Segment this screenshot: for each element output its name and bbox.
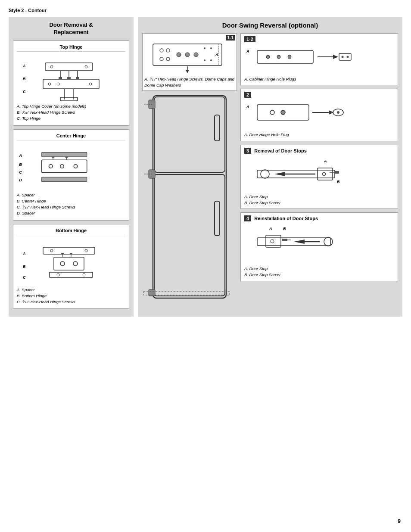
svg-point-57 bbox=[204, 47, 206, 49]
svg-rect-97 bbox=[318, 168, 333, 180]
svg-point-93 bbox=[337, 111, 339, 114]
svg-point-80 bbox=[288, 55, 291, 59]
svg-marker-112 bbox=[294, 240, 305, 244]
fridge-illustration-col: 1-1 bbox=[142, 33, 237, 301]
svg-point-85 bbox=[347, 56, 349, 58]
svg-marker-82 bbox=[333, 55, 338, 59]
top-hinge-caption: A. Top Hinge Cover (on some models) B. ⁵… bbox=[17, 103, 125, 122]
svg-point-84 bbox=[342, 56, 344, 58]
svg-point-15 bbox=[89, 83, 92, 85]
svg-rect-110 bbox=[282, 239, 287, 241]
center-hinge-title: Center Hinge bbox=[17, 133, 125, 140]
svg-text:B: B bbox=[283, 227, 286, 231]
svg-text:A: A bbox=[324, 159, 327, 163]
svg-point-79 bbox=[277, 55, 280, 59]
step-3-diagram: A B bbox=[244, 157, 394, 193]
top-hinge-box: Top Hinge A B C bbox=[13, 40, 129, 126]
svg-rect-30 bbox=[52, 156, 54, 157]
svg-text:C: C bbox=[23, 275, 26, 280]
bottom-hinge-title: Bottom Hinge bbox=[17, 228, 125, 235]
svg-text:A: A bbox=[22, 64, 26, 68]
svg-point-27 bbox=[74, 164, 77, 168]
step-3-caption: A. Door Stop B. Door Stop Screw bbox=[244, 194, 394, 206]
svg-rect-31 bbox=[65, 156, 68, 157]
svg-point-88 bbox=[270, 110, 274, 115]
svg-rect-100 bbox=[335, 171, 339, 174]
svg-text:A: A bbox=[22, 252, 26, 256]
svg-point-43 bbox=[57, 274, 59, 276]
top-hinge-title: Top Hinge bbox=[17, 44, 125, 52]
badge-4: 4 bbox=[244, 215, 251, 221]
svg-point-78 bbox=[266, 55, 270, 59]
svg-text:A: A bbox=[19, 152, 22, 157]
svg-rect-10 bbox=[67, 77, 71, 79]
right-panel-title: Door Swing Reversal (optional) bbox=[142, 22, 398, 29]
svg-text:A: A bbox=[246, 49, 249, 53]
step-1-1-hinge-svg: A bbox=[144, 35, 230, 74]
svg-point-13 bbox=[48, 83, 51, 85]
svg-text:C: C bbox=[19, 169, 22, 174]
right-panel: Door Swing Reversal (optional) 1-1 bbox=[138, 17, 402, 317]
svg-point-26 bbox=[60, 164, 64, 168]
svg-point-5 bbox=[85, 65, 87, 68]
svg-text:B: B bbox=[19, 162, 22, 166]
step-4-caption: A. Door Stop B. Door Stop Screw bbox=[244, 266, 394, 278]
svg-rect-3 bbox=[45, 63, 93, 71]
svg-point-54 bbox=[177, 53, 181, 57]
svg-point-50 bbox=[160, 49, 163, 52]
step-1-2-diagram: A bbox=[244, 44, 394, 75]
step-4-diagram: A B bbox=[244, 225, 394, 264]
step-2-box: 2 A bbox=[240, 89, 398, 141]
main-content: Door Removal &Replacement Top Hinge A B … bbox=[9, 17, 402, 317]
svg-rect-75 bbox=[143, 292, 230, 295]
center-hinge-caption: A. Spacer B. Center Hinge C. ⁵⁄₁₆" Hex-H… bbox=[17, 192, 125, 217]
badge-1-2: 1-2 bbox=[244, 36, 255, 42]
bottom-hinge-box: Bottom Hinge A B C bbox=[13, 224, 129, 309]
svg-text:C: C bbox=[23, 90, 26, 94]
svg-point-51 bbox=[166, 49, 170, 52]
right-content: 1-1 bbox=[142, 33, 398, 301]
svg-rect-36 bbox=[43, 247, 95, 254]
step-4-box: 4 Reinstallation of Door Stops A B bbox=[240, 212, 398, 281]
step-2-diagram: A bbox=[244, 100, 394, 131]
svg-point-4 bbox=[50, 65, 53, 68]
svg-rect-83 bbox=[339, 53, 351, 60]
svg-rect-42 bbox=[50, 272, 93, 277]
top-hinge-diagram: A B C bbox=[17, 54, 125, 102]
svg-point-98 bbox=[322, 172, 326, 176]
svg-rect-68 bbox=[154, 174, 225, 296]
style-label: Style 2 - Contour bbox=[9, 8, 402, 13]
svg-point-25 bbox=[49, 164, 53, 168]
svg-point-55 bbox=[185, 53, 190, 57]
step-4-title: Reinstallation of Door Stops bbox=[254, 216, 318, 221]
step-1-2-box: 1-2 A bbox=[240, 33, 398, 85]
svg-point-108 bbox=[271, 240, 274, 243]
svg-rect-9 bbox=[59, 77, 62, 79]
svg-point-60 bbox=[210, 59, 212, 61]
svg-rect-18 bbox=[60, 97, 78, 101]
svg-point-14 bbox=[57, 83, 59, 85]
svg-rect-39 bbox=[54, 257, 84, 270]
svg-rect-48 bbox=[70, 253, 72, 254]
svg-point-96 bbox=[261, 170, 269, 178]
step-3-box: 3 Removal of Door Stops A bbox=[240, 145, 398, 209]
svg-rect-11 bbox=[76, 77, 79, 79]
page-number: 9 bbox=[398, 518, 401, 524]
step-1-2-caption: A. Cabinet Hinge Hole Plugs bbox=[244, 76, 394, 82]
svg-text:D: D bbox=[19, 177, 22, 182]
svg-point-58 bbox=[210, 47, 212, 49]
svg-point-38 bbox=[85, 249, 87, 252]
svg-rect-32 bbox=[42, 177, 87, 182]
svg-point-89 bbox=[281, 110, 285, 115]
svg-text:B: B bbox=[337, 180, 340, 184]
svg-rect-23 bbox=[42, 152, 87, 157]
svg-text:A: A bbox=[269, 227, 272, 231]
svg-rect-65 bbox=[153, 96, 226, 298]
center-hinge-diagram: A B C D bbox=[17, 143, 125, 190]
svg-point-44 bbox=[83, 274, 85, 276]
page-container: Style 2 - Contour Door Removal &Replacem… bbox=[0, 0, 411, 532]
svg-point-59 bbox=[204, 59, 206, 61]
svg-text:A: A bbox=[246, 105, 249, 109]
left-panel: Door Removal &Replacement Top Hinge A B … bbox=[9, 17, 134, 317]
badge-3: 3 bbox=[244, 148, 251, 154]
